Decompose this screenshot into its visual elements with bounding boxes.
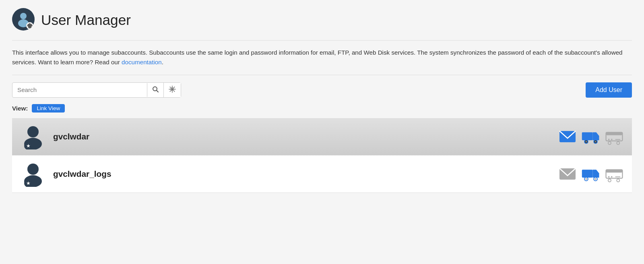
svg-text:★: ★	[26, 180, 31, 186]
user-service-icons	[558, 164, 624, 184]
svg-point-15	[171, 88, 173, 90]
svg-point-31	[611, 139, 613, 140]
svg-rect-5	[29, 23, 30, 25]
username: gvclwdar	[53, 132, 89, 141]
search-input[interactable]	[12, 83, 147, 96]
ftp-icon	[581, 164, 601, 184]
svg-point-52	[617, 179, 619, 182]
svg-line-14	[157, 90, 158, 92]
svg-marker-23	[592, 132, 599, 140]
svg-rect-8	[31, 25, 33, 26]
webdisk-icon	[605, 127, 624, 146]
svg-rect-29	[606, 132, 623, 135]
page-container: User Manager This interface allows you t…	[0, 0, 644, 201]
svg-point-1	[20, 13, 27, 19]
content-divider	[12, 75, 632, 75]
svg-point-51	[608, 179, 611, 182]
svg-rect-7	[27, 25, 29, 26]
svg-rect-6	[29, 27, 30, 29]
svg-point-17	[27, 126, 39, 137]
page-title: User Manager	[41, 12, 131, 28]
search-button[interactable]	[147, 83, 163, 97]
svg-point-45	[595, 178, 597, 180]
svg-point-27	[595, 141, 597, 142]
svg-text:★: ★	[26, 143, 31, 149]
svg-marker-41	[592, 170, 599, 178]
svg-point-48	[608, 176, 610, 178]
page-description: This interface allows you to manage suba…	[12, 48, 632, 68]
ftp-icon	[581, 127, 601, 146]
svg-point-30	[608, 139, 610, 140]
svg-rect-22	[582, 132, 593, 140]
user-service-icons	[558, 127, 624, 146]
link-view-badge[interactable]: Link View	[32, 104, 65, 113]
svg-rect-47	[606, 170, 623, 172]
svg-point-44	[586, 178, 587, 180]
search-settings-button[interactable]	[163, 83, 181, 97]
email-icon	[558, 164, 577, 184]
search-group	[12, 82, 181, 98]
username: gvclwdar_logs	[53, 169, 111, 179]
app-logo	[12, 8, 36, 32]
user-left: ★ gvclwdar_logs	[20, 161, 111, 187]
email-icon	[558, 127, 577, 146]
user-list: ★ gvclwdar	[12, 118, 632, 193]
user-left: ★ gvclwdar	[20, 124, 89, 149]
user-row[interactable]: ★ gvclwdar_logs	[12, 156, 632, 193]
header-divider	[12, 40, 632, 41]
header-row: User Manager	[12, 8, 632, 32]
toolbar: Add User	[12, 82, 632, 98]
svg-point-35	[27, 164, 39, 175]
user-row[interactable]: ★ gvclwdar	[12, 118, 632, 156]
svg-rect-40	[582, 170, 593, 178]
avatar: ★	[20, 124, 46, 149]
view-label: View:	[12, 105, 28, 112]
add-user-button[interactable]: Add User	[586, 82, 632, 98]
svg-point-26	[586, 141, 587, 142]
avatar: ★	[20, 161, 46, 187]
doc-link[interactable]: documentation	[122, 59, 162, 65]
svg-point-49	[611, 176, 613, 178]
webdisk-icon	[605, 164, 624, 184]
svg-point-33	[608, 141, 611, 144]
view-row: View: Link View	[12, 104, 632, 113]
svg-point-34	[617, 141, 619, 144]
